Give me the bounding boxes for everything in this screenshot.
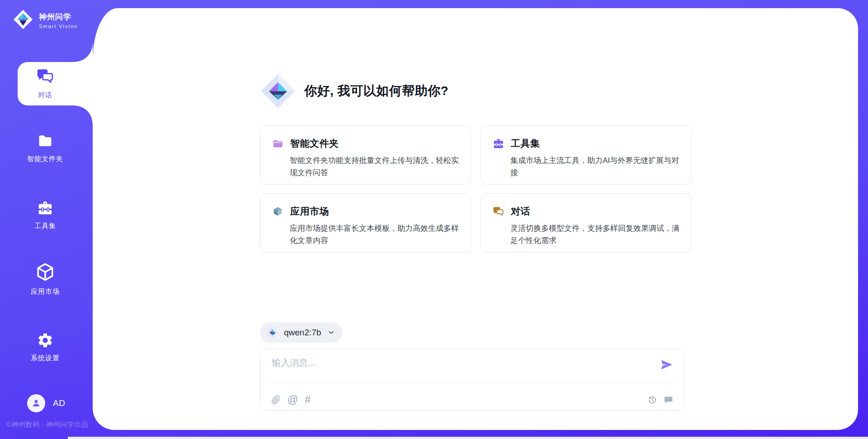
greeting-title: 你好, 我可以如何帮助你?: [304, 82, 448, 100]
cube-icon: [272, 205, 284, 218]
card-title: 应用市场: [290, 205, 329, 218]
sidebar-item-folders[interactable]: 智能文件夹: [0, 133, 90, 163]
toolbox-icon: [37, 200, 54, 217]
model-selector[interactable]: qwen2:7b: [260, 322, 342, 343]
user-initials: AD: [53, 398, 65, 408]
card-title: 工具集: [511, 137, 540, 150]
feature-cards: 智能文件夹 智能文件夹功能支持批量文件上传与清洗，轻松实现文件问答 工具集 集成…: [260, 125, 692, 253]
card-title: 对话: [511, 205, 530, 218]
card-description: 应用市场提供丰富长文本模板，助力高效生成多样化文章内容: [290, 222, 460, 247]
cube-icon: [35, 262, 56, 282]
person-icon: [31, 398, 42, 409]
card-smart-folders[interactable]: 智能文件夹 智能文件夹功能支持批量文件上传与清洗，轻松实现文件问答: [260, 125, 471, 185]
sidebar-item-settings-label: 系统设置: [0, 354, 90, 363]
message-input[interactable]: [272, 357, 651, 378]
toolbox-icon: [492, 138, 505, 150]
tab-fillet-top: [75, 44, 93, 62]
history-icon[interactable]: [647, 395, 657, 405]
brand-diamond-icon: [13, 9, 33, 30]
card-description: 智能文件夹功能支持批量文件上传与清洗，轻松实现文件问答: [290, 154, 460, 179]
card-head: 工具集: [492, 137, 680, 150]
chat-bubble-icon[interactable]: [664, 395, 673, 405]
topic-button[interactable]: #: [305, 395, 311, 405]
copyright-text: ©神州数码 · 神州问学出品: [6, 420, 88, 429]
assistant-diamond-icon: [260, 72, 296, 110]
sidebar-item-chat-label: 对话: [0, 91, 90, 100]
composer-right-tools: [647, 395, 673, 405]
gear-icon: [37, 332, 54, 349]
brand-name: 神州问学: [39, 12, 78, 22]
card-app-market[interactable]: 应用市场 应用市场提供丰富长文本模板，助力高效生成多样化文章内容: [260, 193, 471, 253]
sidebar-item-folders-label: 智能文件夹: [0, 155, 90, 163]
mention-button[interactable]: @: [288, 395, 298, 405]
brand-text: 神州问学 Smart Vision: [39, 9, 78, 29]
card-head: 智能文件夹: [272, 137, 460, 150]
sidebar-item-chat[interactable]: 对话: [0, 67, 90, 100]
card-description: 灵活切换多模型文件，支持多样回复效果调试，满足个性化需求: [510, 222, 680, 247]
window-bottom-edge: [68, 437, 868, 439]
sidebar-item-tools-label: 工具集: [0, 222, 90, 230]
chat-bubbles-icon: [492, 205, 505, 218]
brand-logo: 神州问学 Smart Vision: [13, 9, 78, 30]
greeting: 你好, 我可以如何帮助你?: [260, 72, 448, 110]
sidebar-item-apps[interactable]: 应用市场: [0, 262, 90, 296]
sidebar-item-settings[interactable]: 系统设置: [0, 332, 90, 363]
model-diamond-icon: [267, 326, 278, 339]
chevron-down-icon: [327, 329, 335, 336]
tab-fillet-bottom: [75, 105, 93, 124]
card-title: 智能文件夹: [290, 137, 339, 150]
card-chat[interactable]: 对话 灵活切换多模型文件，支持多样回复效果调试，满足个性化需求: [481, 193, 692, 253]
card-description: 集成市场上主流工具，助力AI与外界无缝扩展与对接: [510, 154, 680, 179]
brand-subtitle: Smart Vision: [39, 24, 78, 29]
sidebar-item-tools[interactable]: 工具集: [0, 200, 90, 230]
send-icon: [660, 358, 673, 371]
composer-tools: @ #: [271, 395, 311, 405]
card-toolset[interactable]: 工具集 集成市场上主流工具，助力AI与外界无缝扩展与对接: [481, 125, 692, 185]
model-name: qwen2:7b: [284, 328, 321, 338]
sidebar: 神州问学 Smart Vision 对话 智能文件夹: [0, 0, 93, 439]
sidebar-item-apps-label: 应用市场: [0, 287, 90, 296]
folder-open-icon: [272, 138, 284, 150]
send-button[interactable]: [660, 358, 673, 372]
card-head: 对话: [492, 205, 680, 218]
folder-icon: [37, 133, 54, 150]
message-composer: @ #: [260, 349, 684, 411]
avatar: [27, 394, 45, 412]
composer-divider: [267, 382, 676, 383]
user-profile[interactable]: AD: [27, 394, 65, 412]
chat-bubbles-icon: [36, 67, 55, 86]
paperclip-icon[interactable]: [271, 395, 281, 405]
card-head: 应用市场: [272, 205, 460, 218]
